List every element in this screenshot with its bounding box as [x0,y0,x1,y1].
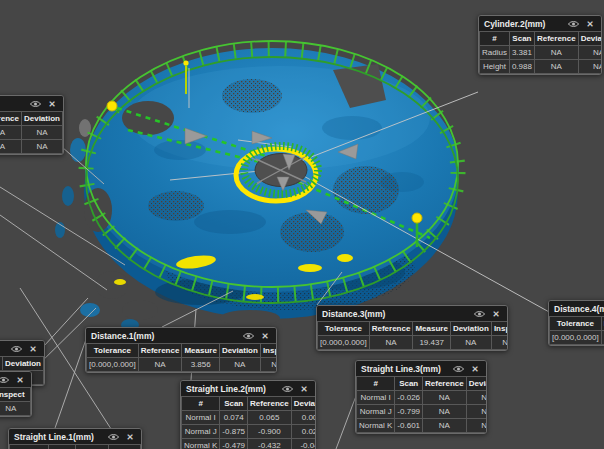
panel-straight-line-2: Straight Line.2(mm) ✕ #ScanReferenceDevi… [180,380,316,449]
measurement-table: ReferenceDeviation NANA NANA [0,111,63,154]
table-row: NA [0,402,31,416]
table-row: Radius3.381NANA [480,46,603,60]
table-row: Normal J-0.875-0.9000.025 [182,425,317,439]
panel-title: Distance.1(mm) [91,331,237,341]
visibility-icon[interactable] [0,374,9,386]
sparse-scan-patch [148,191,204,221]
table-row: [0.000,0.000] [550,331,604,345]
panel-distance-4: Distance.4(mm) ✕ ToleranceReferenceMeasu… [548,300,604,346]
panel-title-bar[interactable]: ✕ [0,341,44,356]
close-icon[interactable]: ✕ [490,308,502,320]
visibility-icon[interactable] [452,363,464,375]
measurement-table: #ScanReferenceDeviation Radius3.381NANA … [479,31,602,74]
panel-title: Straight Line.2(mm) [186,384,276,394]
visibility-icon[interactable] [473,308,485,320]
panel-title: Straight Line.3(mm) [361,364,447,374]
close-icon[interactable]: ✕ [584,18,596,30]
panel-title: Cylinder.2(mm) [484,19,562,29]
measurement-table: ToleranceReferenceMeasureDeviationInspec… [549,316,604,345]
table-row: Normal K-0.601NANA [357,419,488,433]
panel-title: Straight Line.1(mm) [14,432,102,442]
close-icon[interactable]: ✕ [259,330,271,342]
measurement-table: #ScanReferenceDeviation Normal I0.0740.0… [181,396,316,449]
close-icon[interactable]: ✕ [124,431,136,443]
panel-straight-line-1: Straight Line.1(mm) ✕ [8,428,142,449]
panel-title-bar[interactable]: Distance.4(mm) ✕ [549,301,604,316]
visibility-icon[interactable] [107,431,119,443]
panel-title-bar[interactable]: Distance.3(mm) ✕ [317,306,507,321]
panel-title-bar[interactable]: Straight Line.2(mm) ✕ [181,381,315,396]
sparse-scan-patch [222,79,282,113]
visibility-icon[interactable] [29,98,41,110]
table-row: Normal I0.0740.0650.009 [182,411,317,425]
close-icon[interactable]: ✕ [27,343,39,355]
panel-title: Distance.3(mm) [322,309,468,319]
visibility-icon[interactable] [281,383,293,395]
table-row: Normal I-0.026NANA [357,391,488,405]
sparse-scan-patch [280,212,344,252]
panel-title-bar[interactable]: Cylinder.2(mm) ✕ [479,16,601,31]
measurement-table [9,444,141,449]
sparse-scan-patch [333,166,399,214]
close-icon[interactable]: ✕ [298,383,310,395]
panel-title-bar[interactable]: ✕ [0,372,31,387]
panel-distance-3: Distance.3(mm) ✕ ToleranceReferenceMeasu… [316,305,508,351]
table-row: Normal K-0.479-0.432-0.047 [182,439,317,449]
panel-title-bar[interactable]: Distance.1(mm) ✕ [86,328,276,343]
panel-straight-line-3: Straight Line.3(mm) ✕ #ScanReferenceDevi… [355,360,487,434]
table-row: NANA [0,140,63,154]
close-icon[interactable]: ✕ [46,98,58,110]
measurement-table: Inspect NA [0,387,31,416]
measurement-table: #ScanReferenceDeviation Normal I-0.026NA… [356,376,487,433]
panel-title-bar[interactable]: ✕ [0,96,63,111]
table-row: [0.000,0.000]NA19.437NANA [318,336,509,350]
measurement-table: ToleranceReferenceMeasureDeviationInspec… [86,343,277,372]
3d-viewport[interactable]: Cylinder.2(mm) ✕ #ScanReferenceDeviation… [0,0,604,449]
panel-partial-left-front: ✕ Inspect NA [0,371,32,417]
table-row: [0.000,0.000]NA3.856NANA [87,358,278,372]
measurement-table: ToleranceReferenceMeasureDeviationInspec… [317,321,508,350]
panel-title-bar[interactable]: Straight Line.1(mm) ✕ [9,429,141,444]
table-row: Height0.988NANA [480,60,603,74]
visibility-icon[interactable] [567,18,579,30]
visibility-icon[interactable] [242,330,254,342]
panel-title: Distance.4(mm) [554,304,604,314]
visibility-icon[interactable] [10,343,22,355]
table-row: Normal J-0.799NANA [357,405,488,419]
panel-partial-top-left: ✕ ReferenceDeviation NANA NANA [0,95,64,155]
close-icon[interactable]: ✕ [469,363,481,375]
close-icon[interactable]: ✕ [14,374,26,386]
panel-distance-1: Distance.1(mm) ✕ ToleranceReferenceMeasu… [85,327,277,373]
panel-cylinder-2: Cylinder.2(mm) ✕ #ScanReferenceDeviation… [478,15,602,75]
panel-title-bar[interactable]: Straight Line.3(mm) ✕ [356,361,486,376]
table-row: NANA [0,126,63,140]
